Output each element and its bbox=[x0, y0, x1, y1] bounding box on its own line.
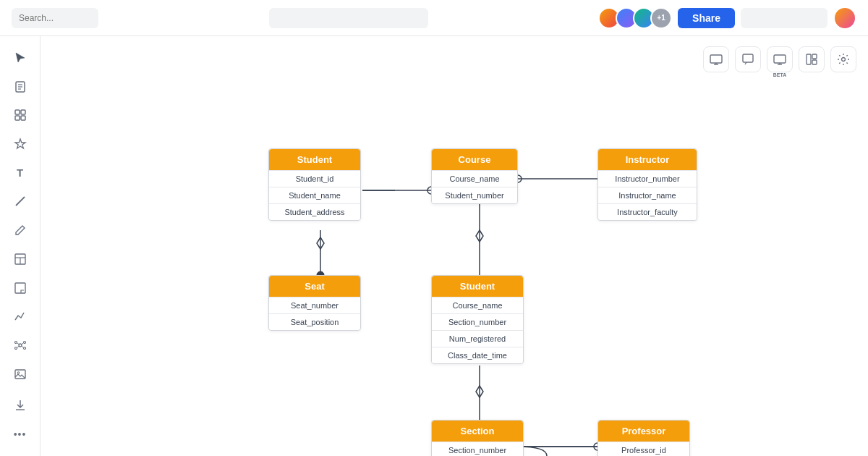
canvas-tool-comment[interactable] bbox=[735, 46, 761, 72]
svg-rect-33 bbox=[812, 54, 817, 59]
canvas-tool-screen[interactable] bbox=[703, 46, 729, 72]
svg-rect-29 bbox=[774, 55, 786, 63]
entity-student-bottom-field-2: Num_registered bbox=[432, 330, 523, 347]
svg-point-16 bbox=[14, 347, 17, 350]
sidebar-item-table[interactable] bbox=[7, 246, 33, 272]
comment-icon bbox=[741, 53, 754, 66]
entity-course-header: Course bbox=[432, 149, 517, 170]
svg-point-15 bbox=[23, 342, 25, 344]
settings-icon bbox=[837, 53, 850, 66]
share-button[interactable]: Share bbox=[678, 8, 735, 28]
entity-student-top-header: Student bbox=[269, 149, 360, 170]
entity-seat-field-0: Seat_number bbox=[269, 297, 360, 313]
entity-course-field-1: Student_number bbox=[432, 187, 517, 203]
entity-seat[interactable]: Seat Seat_number Seat_position bbox=[268, 275, 361, 331]
sidebar-item-text[interactable]: T bbox=[7, 160, 33, 186]
screen-icon bbox=[710, 53, 723, 66]
sidebar-item-pen[interactable] bbox=[7, 217, 33, 243]
sidebar-item-import[interactable] bbox=[7, 393, 33, 419]
entity-section-header: Section bbox=[432, 421, 523, 442]
entity-course-field-0: Course_name bbox=[432, 170, 517, 187]
svg-rect-28 bbox=[743, 54, 753, 62]
components-icon bbox=[14, 109, 27, 122]
sidebar-item-sticky[interactable] bbox=[7, 275, 33, 301]
sidebar-item-document[interactable] bbox=[7, 74, 33, 100]
network-icon bbox=[14, 339, 27, 352]
canvas[interactable]: BETA bbox=[41, 36, 868, 456]
canvas-tool-settings[interactable] bbox=[830, 46, 856, 72]
entity-professor[interactable]: Professor Professor_id Professor_name bbox=[597, 420, 690, 456]
topbar-right: +1 Share bbox=[598, 7, 856, 30]
svg-rect-12 bbox=[15, 283, 25, 293]
sidebar: T ••• bbox=[0, 36, 41, 456]
line-icon bbox=[14, 195, 27, 208]
entity-student-bottom-header: Student bbox=[432, 276, 523, 297]
canvas-toolbar: BETA bbox=[703, 46, 856, 72]
svg-point-23 bbox=[17, 372, 19, 373]
avatar-badge: +1 bbox=[650, 7, 672, 29]
sticky-icon bbox=[14, 282, 27, 295]
chart-icon bbox=[14, 310, 27, 323]
entity-student-top[interactable]: Student Student_id Student_name Student_… bbox=[268, 148, 361, 221]
svg-line-18 bbox=[17, 343, 20, 345]
entity-student-bottom[interactable]: Student Course_name Section_number Num_r… bbox=[431, 275, 524, 364]
search-left[interactable] bbox=[12, 8, 98, 28]
sidebar-item-components[interactable] bbox=[7, 102, 33, 128]
entity-student-top-field-2: Student_address bbox=[269, 203, 360, 220]
sidebar-item-line[interactable] bbox=[7, 189, 33, 215]
entity-seat-field-1: Seat_position bbox=[269, 313, 360, 330]
search-right[interactable] bbox=[741, 8, 827, 28]
connector-layer bbox=[41, 36, 868, 456]
entity-seat-header: Seat bbox=[269, 276, 360, 297]
svg-point-14 bbox=[14, 342, 17, 344]
table-icon bbox=[14, 253, 27, 266]
entity-section[interactable]: Section Section_number bbox=[431, 420, 524, 456]
document-icon bbox=[14, 80, 27, 93]
entity-professor-field-0: Professor_id bbox=[598, 442, 689, 456]
svg-rect-4 bbox=[15, 110, 20, 114]
sidebar-more[interactable]: ••• bbox=[7, 421, 33, 447]
entity-instructor-field-0: Instructor_number bbox=[598, 170, 697, 187]
entity-student-bottom-field-1: Section_number bbox=[432, 313, 523, 330]
entity-section-field-0: Section_number bbox=[432, 442, 523, 456]
svg-rect-6 bbox=[15, 116, 20, 120]
sidebar-item-cursor[interactable] bbox=[7, 45, 33, 71]
beta-badge: BETA bbox=[773, 72, 787, 77]
topbar-left bbox=[12, 8, 98, 28]
svg-line-21 bbox=[21, 346, 23, 347]
entity-professor-header: Professor bbox=[598, 421, 689, 442]
entity-student-bottom-field-0: Course_name bbox=[432, 297, 523, 313]
svg-rect-7 bbox=[21, 116, 25, 120]
svg-line-20 bbox=[17, 346, 20, 347]
sidebar-item-chart[interactable] bbox=[7, 303, 33, 329]
sidebar-item-network[interactable] bbox=[7, 332, 33, 358]
entity-instructor[interactable]: Instructor Instructor_number Instructor_… bbox=[597, 148, 697, 221]
canvas-tool-present[interactable]: BETA bbox=[767, 46, 793, 72]
svg-rect-32 bbox=[807, 54, 811, 64]
svg-rect-5 bbox=[21, 110, 25, 114]
avatar-group: +1 bbox=[598, 7, 672, 29]
svg-point-17 bbox=[23, 347, 25, 350]
topbar: +1 Share bbox=[0, 0, 868, 36]
svg-line-19 bbox=[21, 343, 23, 345]
layout-icon bbox=[805, 53, 818, 66]
sidebar-item-image[interactable] bbox=[7, 361, 33, 387]
entity-instructor-field-2: Instructor_faculty bbox=[598, 203, 697, 220]
svg-point-35 bbox=[842, 58, 846, 62]
canvas-tool-layout[interactable] bbox=[799, 46, 825, 72]
search-center[interactable] bbox=[269, 8, 428, 28]
image-icon bbox=[14, 368, 27, 381]
star-icon bbox=[14, 138, 27, 151]
entity-student-bottom-field-3: Class_date_time bbox=[432, 347, 523, 363]
entity-student-top-field-1: Student_name bbox=[269, 187, 360, 203]
entity-instructor-field-1: Instructor_name bbox=[598, 187, 697, 203]
sidebar-item-star[interactable] bbox=[7, 131, 33, 157]
pen-icon bbox=[14, 224, 27, 237]
more-icon: ••• bbox=[14, 428, 27, 440]
cursor-icon bbox=[14, 51, 27, 64]
entity-course[interactable]: Course Course_name Student_number bbox=[431, 148, 518, 204]
present-icon bbox=[773, 53, 786, 66]
entity-student-top-field-0: Student_id bbox=[269, 170, 360, 187]
svg-rect-34 bbox=[812, 60, 817, 64]
entity-instructor-header: Instructor bbox=[598, 149, 697, 170]
